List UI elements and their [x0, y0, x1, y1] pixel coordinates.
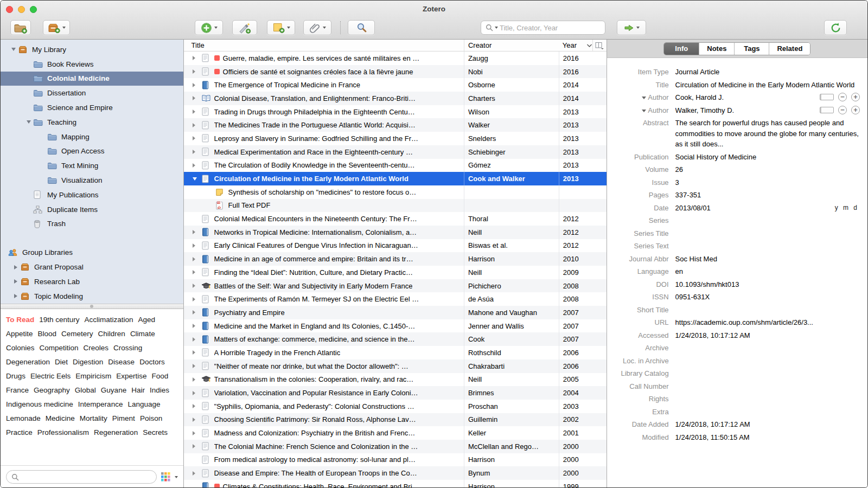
twisty-down-icon[interactable]: [24, 120, 33, 124]
attachment-row-full-text-pdf[interactable]: PDFFull Text PDF: [184, 199, 607, 213]
tag-poison[interactable]: Poison: [140, 412, 162, 426]
item-row-neither-of-meate-nor-drinke-bu[interactable]: "Neither of meate nor drinke, but what t…: [184, 359, 607, 373]
remove-author-button[interactable]: −: [838, 106, 847, 114]
tag-lemonade[interactable]: Lemonade: [6, 412, 41, 426]
item-row-early-clinical-features-of-den[interactable]: Early Clinical Features of Dengue Virus …: [184, 239, 607, 253]
pane-splitter[interactable]: [1, 304, 183, 309]
tag-professionalism[interactable]: Professionalism: [37, 426, 89, 440]
item-row-matters-of-exchange-commerce-m[interactable]: Matters of exchange: commerce, medicine,…: [184, 332, 607, 346]
twisty-right-icon[interactable]: [193, 163, 201, 168]
item-row-the-medicines-trade-in-the-por[interactable]: The Medicines Trade in the Portuguese At…: [184, 118, 607, 132]
item-row-battles-of-the-self-war-and-su[interactable]: Battles of the Self: War and Subjectivit…: [184, 279, 607, 293]
tag-search-field[interactable]: [6, 470, 157, 484]
item-row-choosing-scientific-patrimony-[interactable]: Choosing Scientific Patrimony: Sir Ronal…: [184, 413, 607, 427]
twisty-right-icon[interactable]: [193, 471, 201, 476]
column-header-year[interactable]: Year: [559, 40, 592, 51]
item-row-variolation-vaccination-and-po[interactable]: Variolation, Vaccination and Popular Res…: [184, 386, 607, 400]
new-note-button[interactable]: [267, 20, 295, 35]
sidebar-item-research-lab[interactable]: Research Lab: [1, 274, 183, 289]
item-row-trading-in-drugs-through-phila[interactable]: Trading in Drugs through Philadelphia in…: [184, 105, 607, 119]
tag-blood[interactable]: Blood: [38, 327, 57, 341]
twisty-right-icon[interactable]: [11, 294, 20, 298]
tag-intemperance[interactable]: Intemperance: [78, 397, 123, 412]
sidebar-item-mapping[interactable]: Mapping: [1, 130, 183, 144]
new-library-button[interactable]: [43, 20, 70, 35]
twisty-right-icon[interactable]: [193, 391, 201, 395]
tag-electric-eels[interactable]: Electric Eels: [30, 369, 71, 383]
twisty-right-icon[interactable]: [193, 136, 201, 140]
tab-notes[interactable]: Notes: [699, 43, 734, 55]
author-options-caret-icon[interactable]: [642, 97, 646, 99]
tag-hair[interactable]: Hair: [131, 383, 145, 397]
new-collection-button[interactable]: [10, 20, 31, 35]
tag-digestion[interactable]: Digestion: [73, 355, 103, 369]
twisty-right-icon[interactable]: [193, 324, 201, 328]
tag-creoles[interactable]: Creoles: [84, 341, 109, 355]
tag-secrets[interactable]: Secrets: [143, 426, 168, 440]
field-value-journal-abbr[interactable]: Soc Hist Med: [675, 254, 867, 265]
author-field-mode-toggle[interactable]: [820, 94, 834, 100]
tag-acclimatization[interactable]: Acclimatization: [85, 313, 133, 327]
tag-mortality[interactable]: Mortality: [80, 412, 107, 426]
tag-aged[interactable]: Aged: [138, 313, 156, 327]
tag-expertise[interactable]: Expertise: [116, 369, 146, 383]
twisty-right-icon[interactable]: [193, 230, 201, 234]
item-row-transnationalism-in-the-coloni[interactable]: Transnationalism in the colonies: Cooper…: [184, 373, 607, 387]
column-picker-button[interactable]: [592, 40, 607, 51]
sidebar-item-topic-modeling[interactable]: Topic Modeling: [1, 289, 183, 304]
item-row-colonial-disease-translation-a[interactable]: Colonial Disease, Translation, and Enlig…: [184, 92, 607, 105]
remove-author-button[interactable]: −: [838, 93, 847, 101]
twisty-right-icon[interactable]: [193, 377, 201, 382]
tag-disease[interactable]: Disease: [108, 355, 135, 369]
item-row-networks-in-tropical-medicine-[interactable]: Networks in Tropical Medicine: Internati…: [184, 226, 607, 239]
twisty-right-icon[interactable]: [193, 337, 201, 342]
item-row-the-colonial-machine-french-sc[interactable]: The Colonial Machine: French Science and…: [184, 440, 607, 453]
tag-guyane[interactable]: Guyane: [101, 383, 126, 397]
tag-france[interactable]: France: [6, 383, 29, 397]
sidebar-item-trash[interactable]: Trash: [1, 217, 183, 232]
item-row-syphilis-opiomania-and-pederas[interactable]: "Syphilis, Opiomania, and Pederasty": Co…: [184, 400, 607, 413]
tag-food[interactable]: Food: [152, 369, 169, 383]
item-row-madness-and-colonization-psych[interactable]: Madness and Colonization: Psychiatry in …: [184, 426, 607, 440]
tag-competition[interactable]: Competition: [40, 341, 79, 355]
tag-colonies[interactable]: Colonies: [6, 341, 35, 355]
field-value-item-type[interactable]: Journal Article: [675, 67, 867, 78]
tag-drugs[interactable]: Drugs: [6, 369, 25, 383]
item-row-circulation-of-medicine-in-the[interactable]: Circulation of Medicine in the Early Mod…: [184, 172, 607, 185]
item-row-medicine-and-the-market-in-eng[interactable]: Medicine and the Market in England and I…: [184, 319, 607, 333]
twisty-right-icon[interactable]: [193, 297, 201, 301]
tag-19th-century[interactable]: 19th century: [39, 313, 79, 327]
attachment-row-synthesis-of-scholarship-on-me[interactable]: Synthesis of scholarship on "medicines" …: [184, 185, 607, 199]
tag-regeneration[interactable]: Regeneration: [94, 426, 138, 440]
twisty-right-icon[interactable]: [193, 96, 201, 100]
tag-medicine[interactable]: Medicine: [46, 412, 75, 426]
sidebar-item-colonial-medicine[interactable]: Colonial Medicine: [1, 72, 183, 86]
add-attachment-button[interactable]: [303, 20, 331, 35]
twisty-right-icon[interactable]: [193, 431, 201, 435]
tag-children[interactable]: Children: [98, 327, 125, 341]
item-row-officiers-de-sant-et-soignante[interactable]: Officiers de santé et soignantes créoles…: [184, 65, 607, 79]
add-by-identifier-button[interactable]: [232, 20, 257, 35]
field-value-url[interactable]: https://academic.oup.com/shm/article/26/…: [675, 317, 867, 328]
twisty-right-icon[interactable]: [193, 350, 201, 355]
tag-climate[interactable]: Climate: [130, 327, 155, 341]
twisty-right-icon[interactable]: [11, 279, 20, 284]
twisty-down-icon[interactable]: [9, 48, 18, 51]
field-value-date[interactable]: 2013/08/01: [675, 203, 831, 214]
sidebar-item-text-mining[interactable]: Text Mining: [1, 158, 183, 173]
tab-tags[interactable]: Tags: [734, 43, 769, 55]
twisty-right-icon[interactable]: [193, 150, 201, 154]
sidebar-item-science-and-empire[interactable]: Science and Empire: [1, 100, 183, 115]
tag-empiricism[interactable]: Empiricism: [75, 369, 111, 383]
twisty-right-icon[interactable]: [193, 444, 201, 448]
item-row-colonial-medical-encounters-in[interactable]: Colonial Medical Encounters in the Ninet…: [184, 212, 607, 226]
twisty-right-icon[interactable]: [193, 404, 201, 408]
tag-appetite[interactable]: Appetite: [6, 327, 33, 341]
field-value-issue[interactable]: 3: [675, 177, 867, 188]
twisty-right-icon[interactable]: [193, 418, 201, 422]
item-row-a-horrible-tragedy-in-the-fren[interactable]: A Horrible Tragedy in the French Atlanti…: [184, 346, 607, 359]
tag-degeneration[interactable]: Degeneration: [6, 355, 50, 369]
field-value-publication[interactable]: Social History of Medicine: [675, 152, 867, 163]
author-field-mode-toggle[interactable]: [820, 107, 834, 113]
quick-search-field[interactable]: [481, 21, 605, 35]
